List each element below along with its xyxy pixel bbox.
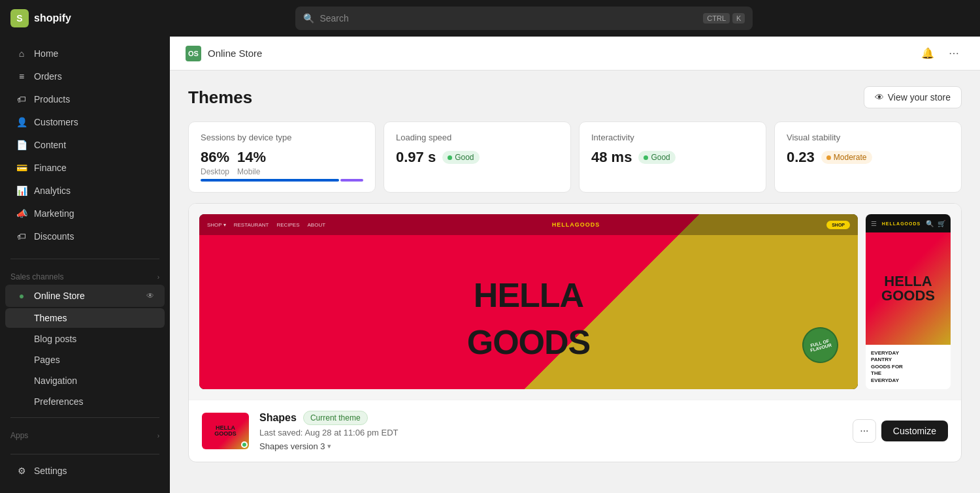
search-placeholder: Search <box>319 13 348 24</box>
mobile-hero-line2: GOODS <box>881 289 935 303</box>
page-title-row: Themes 👁 View your store <box>188 86 962 108</box>
metric-card-interactivity: Interactivity 48 ms Good <box>579 121 766 193</box>
session-mobile-pct: 14% <box>237 149 266 166</box>
sessions-row: 86% Desktop 14% Mobile <box>201 149 363 176</box>
sidebar-item-finance-label: Finance <box>34 163 67 173</box>
sidebar-item-home[interactable]: ⌂ Home <box>5 42 165 65</box>
top-navigation: S shopify 🔍 Search CTRL K <box>0 0 980 37</box>
metric-card-loading: Loading speed 0.97 s Good <box>384 121 571 193</box>
preview-shop-button: SHOP <box>826 221 850 229</box>
visual-value-row: 0.23 Moderate <box>787 149 949 166</box>
apps-chevron[interactable]: › <box>157 432 159 439</box>
sidebar-divider-3 <box>10 454 159 454</box>
loading-badge-label: Good <box>455 153 474 162</box>
theme-more-button[interactable]: ··· <box>853 419 876 443</box>
sidebar-item-customers-label: Customers <box>34 117 78 127</box>
sidebar-item-products[interactable]: 🏷 Products <box>5 88 165 110</box>
sidebar-sub-item-blog-posts[interactable]: Blog posts <box>5 329 165 349</box>
sidebar-sub-item-navigation-label: Navigation <box>34 375 77 386</box>
sidebar-sub-item-navigation[interactable]: Navigation <box>5 371 165 390</box>
sidebar-item-content-label: Content <box>34 140 66 150</box>
sidebar-item-analytics[interactable]: 📊 Analytics <box>5 180 165 202</box>
theme-version-label: Shapes version 3 <box>259 441 325 451</box>
loading-badge-dot <box>448 155 452 160</box>
preview-nav-restaurant: RESTAURANT <box>234 222 269 228</box>
mobile-hamburger-icon: ☰ <box>871 220 877 227</box>
sidebar-sub-item-pages[interactable]: Pages <box>5 350 165 370</box>
shopify-logo[interactable]: S shopify <box>10 9 71 27</box>
home-icon: ⌂ <box>16 48 27 59</box>
mobile-nav-bar: ☰ HELLAGOODS 🔍 🛒 <box>866 214 951 232</box>
preview-desktop: SHOP ▾ RESTAURANT RECIPES ABOUT HELLAGOO… <box>199 214 858 389</box>
theme-version-row[interactable]: Shapes version 3 ▾ <box>259 441 842 451</box>
theme-name-row: Shapes Current theme <box>259 411 842 425</box>
preview-mobile: ☰ HELLAGOODS 🔍 🛒 HELLA GOODS <box>866 214 951 389</box>
interactivity-badge-dot <box>644 155 648 160</box>
search-bar[interactable]: 🔍 Search CTRL K <box>295 7 753 30</box>
interactivity-label: Interactivity <box>591 133 754 142</box>
preview-desktop-logo: HELLAGOODS <box>552 221 600 228</box>
sidebar-item-products-label: Products <box>34 94 70 104</box>
sidebar-item-marketing-label: Marketing <box>34 208 74 219</box>
theme-thumb-text: HELLAGOODS <box>214 425 237 437</box>
loading-label: Loading speed <box>396 133 559 142</box>
online-store-icon: ● <box>16 290 27 302</box>
sidebar-item-customers[interactable]: 👤 Customers <box>5 111 165 133</box>
theme-card: SHOP ▾ RESTAURANT RECIPES ABOUT HELLAGOO… <box>188 203 962 462</box>
sidebar-item-home-label: Home <box>34 48 58 59</box>
view-store-button[interactable]: 👁 View your store <box>864 86 962 108</box>
sidebar-item-marketing[interactable]: 📣 Marketing <box>5 202 165 225</box>
visual-label: Visual stability <box>787 133 949 142</box>
sidebar-item-discounts[interactable]: 🏷 Discounts <box>5 225 165 247</box>
loading-value-row: 0.97 s Good <box>396 149 559 166</box>
page-title: Themes <box>188 87 252 108</box>
analytics-icon: 📊 <box>16 185 27 197</box>
k-key: K <box>732 13 745 24</box>
loading-value: 0.97 s <box>396 149 436 166</box>
preview-hero-line2: GOODS <box>467 325 591 359</box>
more-dots-icon: ··· <box>860 425 868 437</box>
theme-actions: ··· Customize <box>853 419 948 443</box>
customize-label: Customize <box>893 426 936 436</box>
sidebar-sub-item-preferences[interactable]: Preferences <box>5 392 165 411</box>
more-options-button[interactable]: ⋯ <box>943 43 964 64</box>
page-header-actions: 🔔 ⋯ <box>917 43 964 64</box>
sidebar-item-orders[interactable]: ≡ Orders <box>5 65 165 87</box>
session-mobile: 14% Mobile <box>237 149 266 176</box>
page-header-bar: OS Online Store 🔔 ⋯ <box>170 37 980 71</box>
visual-badge-label: Moderate <box>834 153 867 162</box>
preview-mobile-inner: ☰ HELLAGOODS 🔍 🛒 HELLA GOODS <box>866 214 951 389</box>
sales-channels-chevron[interactable]: › <box>157 274 159 281</box>
orders-icon: ≡ <box>16 71 27 82</box>
sidebar-item-finance[interactable]: 💳 Finance <box>5 157 165 179</box>
metrics-row: Sessions by device type 86% Desktop 14% … <box>188 121 962 193</box>
sidebar-item-content[interactable]: 📄 Content <box>5 134 165 156</box>
theme-customize-button[interactable]: Customize <box>881 421 948 441</box>
mobile-content: EVERYDAY PANTRY GOODS FOR THE EVERYDAY <box>866 345 951 389</box>
preview-nav-bar: SHOP ▾ RESTAURANT RECIPES ABOUT HELLAGOO… <box>199 214 858 235</box>
interactivity-value-row: 48 ms Good <box>591 149 754 166</box>
sidebar-sub-item-blog-posts-label: Blog posts <box>34 334 76 344</box>
session-bar-desktop <box>201 179 339 182</box>
mobile-content-text: EVERYDAY PANTRY GOODS FOR THE EVERYDAY <box>871 350 945 384</box>
interactivity-value: 48 ms <box>591 149 632 166</box>
discounts-icon: 🏷 <box>16 231 27 242</box>
mobile-search-icon: 🔍 <box>926 220 934 227</box>
sales-channels-label: Sales channels <box>10 272 63 281</box>
sidebar-item-analytics-label: Analytics <box>34 185 71 196</box>
sidebar-item-settings[interactable]: ⚙ Settings <box>5 460 165 482</box>
sessions-label: Sessions by device type <box>201 133 363 142</box>
sidebar-sub-item-themes[interactable]: Themes <box>5 308 165 328</box>
search-keyboard-shortcut: CTRL K <box>703 13 745 24</box>
theme-thumbnail-wrapper: HELLAGOODS <box>202 413 249 449</box>
notification-bell-button[interactable]: 🔔 <box>917 43 938 64</box>
theme-saved-text: Last saved: Aug 28 at 11:06 pm EDT <box>259 428 842 437</box>
sidebar-item-online-store[interactable]: ● Online Store 👁 <box>5 285 165 307</box>
session-desktop-pct: 86% <box>201 149 229 166</box>
preview-nav-shop: SHOP ▾ <box>207 222 226 228</box>
apps-label: Apps <box>10 431 28 440</box>
marketing-icon: 📣 <box>16 208 27 219</box>
preview-nav-recipes: RECIPES <box>276 222 299 228</box>
view-store-icon: 👁 <box>875 92 884 103</box>
sidebar-sub-item-pages-label: Pages <box>34 355 60 365</box>
